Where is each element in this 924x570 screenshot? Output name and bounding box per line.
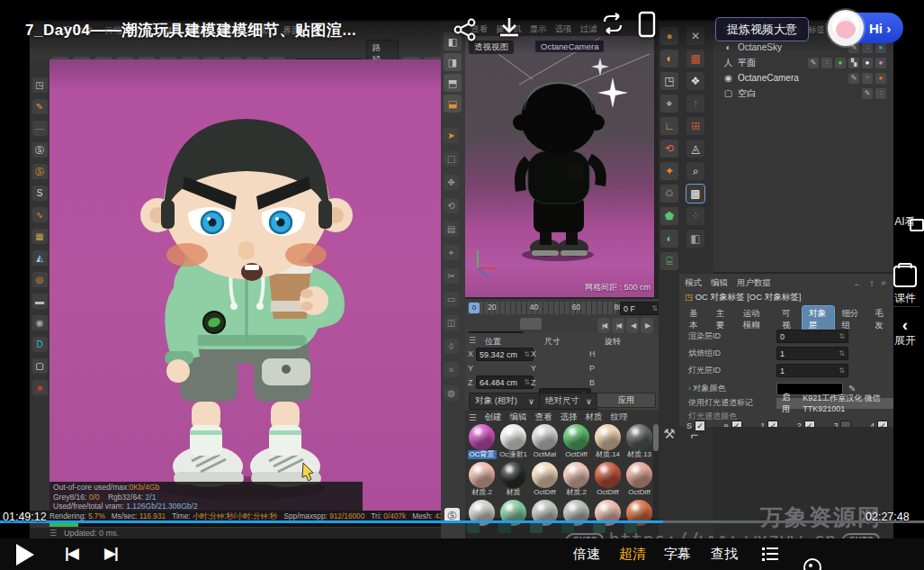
video-surface[interactable]: 文件云端对象材质比较选项帮助界面 ☰ ✱⟳‖▣⚙◈◔▢◫◉☻ HDR/sRGB∨… [30, 20, 893, 538]
material-row: 材质.2 材质 OctDiff 材质.2 OctDiff OctDiff [467, 462, 654, 497]
sidebar-item-courseware[interactable]: 课件 [886, 266, 924, 306]
axis-tool-icon: ⌖ [444, 245, 459, 260]
share-icon[interactable] [453, 18, 478, 41]
tag-chip: ▚ [848, 58, 859, 68]
dots-dim-icon: ⁘ [686, 207, 704, 225]
arrow-up-dim-icon: ↑ [686, 95, 704, 113]
material-swatch: 材质.14 [593, 424, 623, 459]
torus-icon: ◎ [32, 272, 48, 287]
deform-d-icon: D [32, 337, 48, 352]
workplane-icon: ◍ [444, 385, 459, 401]
timeline-tick-label: 20 [488, 303, 496, 312]
transport-button: ◀ [626, 318, 639, 333]
scale-tool-icon: ▤ [444, 222, 459, 237]
material-swatch: 材质.2 [467, 462, 497, 497]
attribute-row: 烘焙组ID 1⇅ [688, 347, 848, 360]
orange-sphere-icon: ● [660, 27, 678, 45]
tag-chip: ⁘ [862, 73, 873, 84]
object-type-icon: ▢ [722, 88, 734, 98]
red-cube-icon: ▦ [686, 50, 704, 68]
green-sphere-icon: ◐ [660, 230, 678, 248]
bridge-tool-icon: ◫ [444, 315, 459, 330]
sidebar-item-expand[interactable]: ‹ 展开 [886, 317, 924, 348]
video-player-page: 文件云端对象材质比较选项帮助界面 ☰ ✱⟳‖▣⚙◈◔▢◫◉☻ HDR/sRGB∨… [0, 0, 924, 570]
object-type-icon: ◉ [722, 73, 734, 83]
playlist-icon[interactable] [762, 547, 778, 560]
timeline-panel: 0 20406080 0 F⇅ 0 F⇅ 90 F⇅ |◀|◀◀▶ [465, 299, 659, 333]
cube-checker-icon: ◳ [660, 72, 678, 90]
floor-icon: ▬ [32, 294, 48, 309]
object-type-icon: ◐ [722, 42, 734, 52]
spline-arc-icon: ∿ [32, 207, 48, 222]
pos-y-field: 64.484 cm⇅ [476, 375, 534, 389]
download-icon[interactable] [496, 15, 523, 42]
speed-button[interactable]: 倍速 [573, 546, 600, 563]
polygon-mode-cube-icon: ⬓ [444, 95, 462, 113]
range-slider [520, 318, 542, 330]
transport-button: |◀ [612, 318, 624, 333]
axis-l-icon: ∟ [660, 117, 678, 135]
checker-selected-icon: ▩ [686, 185, 704, 203]
material-menu-item: 查看 [535, 412, 552, 423]
sphere-s-icon: Ⓢ [32, 142, 48, 158]
channel-checkbox: S✓ [686, 421, 705, 431]
object-row: 人 平面 ✎∶●▚●● [715, 55, 892, 70]
orange-sphere-axis-icon: ◐ [660, 50, 678, 68]
player-control-bar [0, 538, 924, 570]
timeline-ruler: 0 20406080 [468, 302, 616, 314]
material-swatch: OctMat [530, 424, 560, 459]
play-button[interactable] [16, 544, 34, 565]
chevron-right-icon: › [886, 21, 891, 36]
progress-bar[interactable] [0, 520, 924, 523]
phone-mirror-icon[interactable] [636, 11, 658, 40]
summarize-video-button[interactable]: 提炼视频大意 [715, 17, 809, 41]
nav-icon: ← [853, 278, 862, 288]
point-mode-cube-icon: ⬒ [444, 74, 462, 92]
assistant-button[interactable]: Hi › [828, 11, 903, 45]
attribute-manager: 模式编辑用户数据 ←↑⌕ ◳ OC 对象标签 [OC 对象标签] 基本主要运动模… [679, 274, 893, 427]
tag-chip: ✎ [848, 73, 859, 84]
close-x-icon: ✕ [686, 27, 704, 45]
chevron-down-icon: ∨ [528, 396, 534, 406]
material-menu-item: 材质 [586, 412, 603, 423]
divider [891, 306, 920, 307]
record-dot-icon[interactable] [803, 558, 821, 570]
enable-bar: 启用 K921工作室汉化 微信 TTK921001 [776, 398, 893, 409]
orange-star-icon: ✦ [660, 162, 678, 180]
find-button[interactable]: 查找 [711, 546, 738, 563]
localization-note: K921工作室汉化 微信 TTK921001 [803, 393, 893, 413]
tag-chip: ● [835, 58, 846, 68]
previous-episode-button[interactable]: |◀ [65, 544, 77, 563]
object-tags: ✎∶●▚●● [808, 58, 886, 68]
texture-mode-cube-icon: ◨ [444, 53, 462, 71]
size-header: 尺寸 [544, 336, 561, 348]
enable-button: 启用 [782, 392, 795, 415]
timeline-tick-label: 60 [572, 303, 580, 312]
subtitle-button[interactable]: 字幕 [664, 546, 691, 563]
object-list: ◐ OctaneSky ✎∶● 人 平面 ✎∶●▚●● ◉ OctaneCame… [715, 40, 892, 101]
size-mode-dropdown: 绝对尺寸∨ [539, 393, 598, 410]
hamburger-icon: ☰ [469, 336, 476, 345]
quality-button[interactable]: 超清 [619, 546, 646, 563]
coord-mode-dropdown: 对象 (相对)∨ [469, 393, 541, 410]
transport-button: ▶ [641, 318, 653, 333]
next-episode-button[interactable]: ▶| [104, 544, 117, 563]
mesh-grid-icon: ▦ [32, 229, 48, 244]
knife-tool-icon: ✂ [444, 268, 459, 284]
pyramid-icon: ◭ [32, 250, 48, 266]
toy-character-render [49, 59, 441, 511]
rect-select-icon: ⬚ [444, 151, 459, 167]
c4d-left-toolbar: ◳✎—ⓈⓈS∿▦◭◎▬◉D▢■ [30, 61, 49, 538]
magnify-red-icon: ⌕ [686, 162, 704, 180]
pos-x-field: 59.342 cm⇅ [476, 348, 534, 361]
material-row: OC背景 Oc漫射1 OctMat OctDiff 材质.14 材质.13 [467, 424, 654, 459]
material-swatch: OctDiff [530, 462, 560, 497]
material-swatch: OctDiff [593, 462, 623, 497]
material-menu-item: 创建 [485, 412, 502, 423]
pen-spline-icon: ✎ [32, 99, 48, 114]
material-swatch: 材质 [498, 462, 528, 497]
loop-swap-icon[interactable] [599, 13, 626, 38]
viewport-menu-item: 显示 [530, 23, 547, 35]
attribute-menu-item: 用户数据 [737, 277, 771, 289]
sidebar-item-ai[interactable]: AI看 [886, 214, 924, 230]
